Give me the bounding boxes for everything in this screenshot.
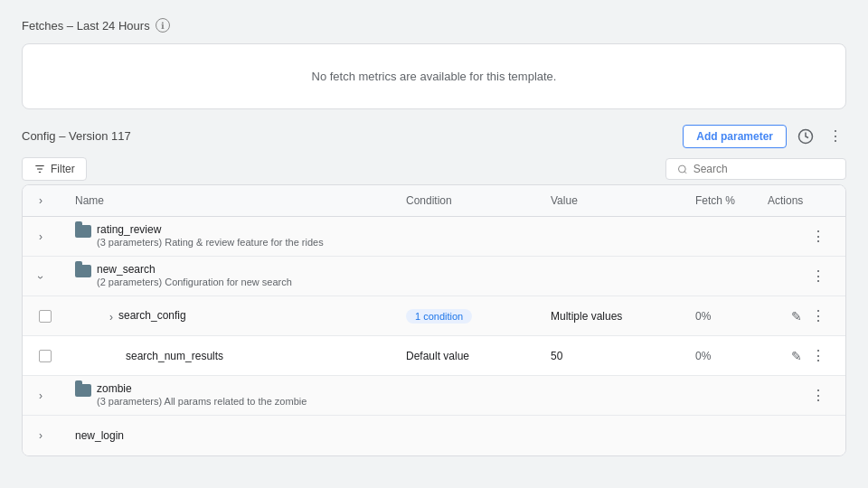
add-parameter-button[interactable]: Add parameter <box>683 125 787 148</box>
row-checkbox[interactable] <box>39 310 52 323</box>
row-fetch-cell: 0% <box>690 344 762 368</box>
row-expand-cell: › <box>33 424 70 447</box>
row-chevron-new-login[interactable]: › <box>39 429 42 442</box>
row-expand-cell: › <box>33 225 70 249</box>
row-name-cell: › search_config <box>70 304 401 329</box>
fetches-header: Fetches – Last 24 Hours ℹ <box>22 18 846 33</box>
name-text: new_login <box>75 429 124 442</box>
config-actions: Add parameter ⋮ <box>683 124 846 148</box>
param-desc: (3 parameters) Rating & review feature f… <box>97 236 324 249</box>
row-fetch-cell <box>690 390 762 401</box>
row-value-cell: 50 <box>545 344 690 368</box>
param-name: new_login <box>75 429 124 442</box>
row-condition-cell <box>401 430 545 441</box>
row-more-button[interactable]: ⋮ <box>808 225 829 248</box>
row-expand-cell: › <box>33 384 70 408</box>
row-checkbox-cell <box>33 344 70 368</box>
row-expand-cell: › <box>33 264 70 289</box>
row-value-cell <box>545 271 690 282</box>
row-name-cell: new_login <box>70 424 401 447</box>
history-button[interactable] <box>794 125 817 148</box>
row-chevron-new-search[interactable]: › <box>34 276 47 279</box>
row-condition-cell <box>401 271 545 282</box>
indented-name: › search_config <box>75 309 395 324</box>
row-actions-cell: ⋮ <box>762 379 835 412</box>
fetches-title: Fetches – Last 24 Hours <box>22 19 150 33</box>
row-chevron-zombie[interactable]: › <box>39 389 42 402</box>
svg-line-5 <box>684 171 686 173</box>
row-more-button[interactable]: ⋮ <box>808 344 829 367</box>
row-actions-cell: ✎ ⋮ <box>762 299 835 333</box>
row-condition-cell: 1 condition <box>401 304 545 329</box>
param-desc: (3 parameters) All params related to the… <box>97 395 307 408</box>
folder-icon <box>75 265 91 277</box>
row-fetch-cell <box>690 430 762 441</box>
search-icon <box>677 164 688 175</box>
row-fetch-cell <box>690 231 762 242</box>
config-more-button[interactable]: ⋮ <box>825 124 846 148</box>
row-value-cell <box>545 390 690 401</box>
name-text: search_config <box>118 309 186 322</box>
name-col-header: Name <box>70 191 401 211</box>
name-text: zombie (3 parameters) All params related… <box>97 382 307 408</box>
row-name-cell: new_search (2 parameters) Configuration … <box>70 258 401 294</box>
default-value-label: Default value <box>406 350 469 362</box>
param-name: zombie <box>97 382 307 395</box>
config-header: Config – Version 117 Add parameter ⋮ <box>22 124 846 148</box>
search-input[interactable] <box>693 163 835 175</box>
row-more-button[interactable]: ⋮ <box>808 384 829 407</box>
row-actions-cell: ⋮ <box>762 220 835 253</box>
table-row: search_num_results Default value 50 0% ✎… <box>23 336 845 376</box>
table-row: › new_login <box>23 416 845 455</box>
params-table: › Name Condition Value Fetch % Actions ›… <box>22 184 846 456</box>
row-name-cell: rating_review (3 parameters) Rating & re… <box>70 218 401 254</box>
table-row: › search_config 1 condition Multiple val… <box>23 296 845 336</box>
row-name-cell: search_num_results <box>70 344 401 368</box>
row-chevron-rating-review[interactable]: › <box>39 230 42 243</box>
name-text: new_search (2 parameters) Configuration … <box>97 263 292 288</box>
row-actions-cell: ✎ ⋮ <box>762 339 835 372</box>
folder-icon <box>75 225 91 238</box>
row-fetch-cell: 0% <box>690 305 762 328</box>
param-name: new_search <box>97 263 292 276</box>
value-text: Multiple values <box>551 310 622 323</box>
table-row: › new_search (2 parameters) Configuratio… <box>23 257 845 296</box>
param-name: search_config <box>118 309 186 322</box>
filter-label: Filter <box>51 163 75 175</box>
edit-button[interactable]: ✎ <box>788 306 805 326</box>
config-title: Config – Version 117 <box>22 129 131 143</box>
row-more-button[interactable]: ⋮ <box>808 305 829 327</box>
value-col-header: Value <box>545 191 690 211</box>
fetch-metrics-empty: No fetch metrics are available for this … <box>312 70 557 83</box>
param-name: rating_review <box>97 223 324 236</box>
table-toolbar: Filter <box>22 157 846 181</box>
edit-button[interactable]: ✎ <box>788 346 805 366</box>
name-text: rating_review (3 parameters) Rating & re… <box>97 223 324 249</box>
row-chevron-search-config[interactable]: › <box>109 311 113 324</box>
row-more-button[interactable]: ⋮ <box>808 265 829 287</box>
row-checkbox-cell <box>33 305 70 328</box>
row-value-cell <box>545 430 690 441</box>
condition-badge: 1 condition <box>406 309 472 324</box>
row-condition-cell <box>401 231 545 242</box>
filter-button[interactable]: Filter <box>22 157 87 181</box>
fetches-info-icon[interactable]: ℹ <box>156 18 170 33</box>
fetch-pct-col-header: Fetch % <box>690 191 762 211</box>
row-actions-cell <box>762 430 835 441</box>
param-name: search_num_results <box>126 350 223 362</box>
row-condition-cell: Default value <box>401 344 545 368</box>
row-value-cell: Multiple values <box>545 305 690 328</box>
table-row: › rating_review (3 parameters) Rating & … <box>23 217 845 257</box>
table-row: › zombie (3 parameters) All params relat… <box>23 376 845 416</box>
row-fetch-cell <box>690 271 762 282</box>
value-text: 50 <box>551 350 562 362</box>
expand-all-chevron[interactable]: › <box>39 194 42 207</box>
name-text: search_num_results <box>109 350 223 362</box>
row-condition-cell <box>401 390 545 401</box>
actions-col-header: Actions <box>762 191 835 211</box>
indented-name: search_num_results <box>75 350 395 362</box>
fetch-metrics-box: No fetch metrics are available for this … <box>22 43 846 109</box>
row-checkbox[interactable] <box>39 350 52 362</box>
condition-col-header: Condition <box>401 191 545 211</box>
row-actions-cell: ⋮ <box>762 259 835 293</box>
